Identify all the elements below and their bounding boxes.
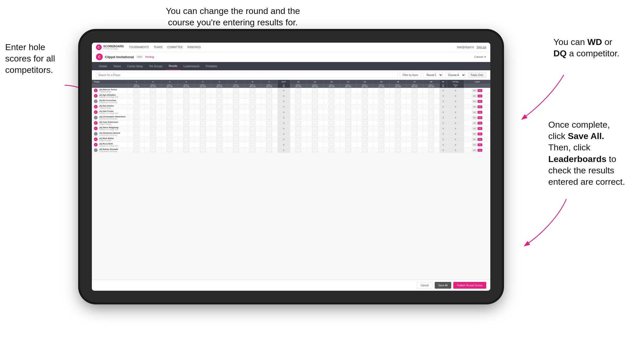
hole-17-input[interactable] <box>406 120 423 126</box>
hole-1-input[interactable] <box>128 137 145 142</box>
hole-14-input[interactable] <box>357 93 373 99</box>
tab-tee-groups[interactable]: Tee Groups <box>146 62 166 70</box>
hole-14-input[interactable] <box>357 120 373 126</box>
tab-details[interactable]: Details <box>96 62 110 70</box>
hole-3-input[interactable] <box>161 110 178 115</box>
hole-16-input[interactable] <box>390 120 406 126</box>
hole-6-input[interactable] <box>211 115 228 120</box>
hole-13-input[interactable] <box>340 115 356 120</box>
hole-6-input[interactable] <box>211 131 228 137</box>
hole-3-input[interactable] <box>161 137 178 142</box>
hole-12-input[interactable] <box>323 110 340 115</box>
hole-1-input[interactable] <box>128 104 145 110</box>
hole-3-input[interactable] <box>161 131 178 137</box>
hole-10-input[interactable] <box>290 126 307 131</box>
dq-button[interactable]: DQ <box>478 116 483 119</box>
hole-7-input[interactable] <box>228 93 244 99</box>
hole-15-input[interactable] <box>373 137 390 142</box>
hole-2-input[interactable] <box>145 131 161 137</box>
dq-button[interactable]: DQ <box>478 100 483 103</box>
cancel-button[interactable]: Cancel ✕ <box>474 55 486 59</box>
wd-button[interactable]: WD <box>472 143 477 146</box>
course-select[interactable]: Course A <box>445 72 466 78</box>
wd-button[interactable]: WD <box>472 133 477 135</box>
hole-10-input[interactable] <box>290 110 307 115</box>
hole-13-input[interactable] <box>340 126 356 131</box>
save-all-button[interactable]: Save All <box>435 282 451 289</box>
hole-11-input[interactable] <box>307 99 323 104</box>
hole-5-input[interactable] <box>195 93 211 99</box>
hole-12-input[interactable] <box>323 142 340 148</box>
hole-14-input[interactable] <box>357 110 373 115</box>
hole-11-input[interactable] <box>307 88 323 93</box>
hole-15-input[interactable] <box>373 148 390 153</box>
hole-14-input[interactable] <box>357 142 373 148</box>
wd-button[interactable]: WD <box>472 100 477 103</box>
nav-tournaments[interactable]: TOURNAMENTS <box>129 46 149 49</box>
hole-2-input[interactable] <box>145 120 161 126</box>
dq-button[interactable]: DQ <box>478 143 483 146</box>
sign-out-link[interactable]: Sign out <box>477 46 486 49</box>
hole-11-input[interactable] <box>307 142 323 148</box>
hole-1-input[interactable] <box>128 148 145 153</box>
wd-button[interactable]: WD <box>472 95 477 97</box>
hole-6-input[interactable] <box>211 88 228 93</box>
hole-10-input[interactable] <box>290 99 307 104</box>
hole-5-input[interactable] <box>195 148 211 153</box>
hole-13-input[interactable] <box>340 142 356 148</box>
hole-5-input[interactable] <box>195 99 211 104</box>
hole-8-input[interactable] <box>244 120 261 126</box>
tab-leaderboards[interactable]: Leaderboards <box>180 62 203 70</box>
hole-18-input[interactable] <box>423 126 439 131</box>
hole-4-input[interactable] <box>178 120 194 126</box>
hole-7-input[interactable] <box>228 104 244 110</box>
wd-button[interactable]: WD <box>472 122 477 125</box>
hole-4-input[interactable] <box>178 137 194 142</box>
hole-4-input[interactable] <box>178 148 194 153</box>
hole-15-input[interactable] <box>373 131 390 137</box>
hole-16-input[interactable] <box>390 88 406 93</box>
hole-10-input[interactable] <box>290 120 307 126</box>
hole-10-input[interactable] <box>290 88 307 93</box>
hole-5-input[interactable] <box>195 115 211 120</box>
wd-button[interactable]: WD <box>472 89 477 92</box>
tab-printables[interactable]: Printables <box>203 62 220 70</box>
hole-16-input[interactable] <box>390 142 406 148</box>
hole-7-input[interactable] <box>228 120 244 126</box>
hole-17-input[interactable] <box>406 104 423 110</box>
hole-9-input[interactable] <box>261 104 277 110</box>
hole-18-input[interactable] <box>423 110 439 115</box>
hole-12-input[interactable] <box>323 126 340 131</box>
hole-9-input[interactable] <box>261 115 277 120</box>
dq-button[interactable]: DQ <box>478 127 483 130</box>
hole-6-input[interactable] <box>211 93 228 99</box>
hole-6-input[interactable] <box>211 148 228 153</box>
wd-button[interactable]: WD <box>472 138 477 141</box>
hole-3-input[interactable] <box>161 88 178 93</box>
hole-6-input[interactable] <box>211 137 228 142</box>
hole-11-input[interactable] <box>307 93 323 99</box>
hole-1-input[interactable] <box>128 120 145 126</box>
hole-11-input[interactable] <box>307 110 323 115</box>
hole-12-input[interactable] <box>323 99 340 104</box>
hole-4-input[interactable] <box>178 110 194 115</box>
hole-13-input[interactable] <box>340 137 356 142</box>
hole-3-input[interactable] <box>161 126 178 131</box>
hole-15-input[interactable] <box>373 99 390 104</box>
hole-14-input[interactable] <box>357 99 373 104</box>
hole-14-input[interactable] <box>357 126 373 131</box>
hole-6-input[interactable] <box>211 126 228 131</box>
hole-6-input[interactable] <box>211 110 228 115</box>
hole-11-input[interactable] <box>307 137 323 142</box>
nav-rankings[interactable]: RANKINGS <box>187 46 201 49</box>
hole-1-input[interactable] <box>128 142 145 148</box>
hole-16-input[interactable] <box>390 131 406 137</box>
hole-13-input[interactable] <box>340 99 356 104</box>
hole-8-input[interactable] <box>244 142 261 148</box>
hole-17-input[interactable] <box>406 99 423 104</box>
hole-2-input[interactable] <box>145 104 161 110</box>
hole-9-input[interactable] <box>261 126 277 131</box>
hole-2-input[interactable] <box>145 115 161 120</box>
hole-9-input[interactable] <box>261 93 277 99</box>
hole-3-input[interactable] <box>161 142 178 148</box>
